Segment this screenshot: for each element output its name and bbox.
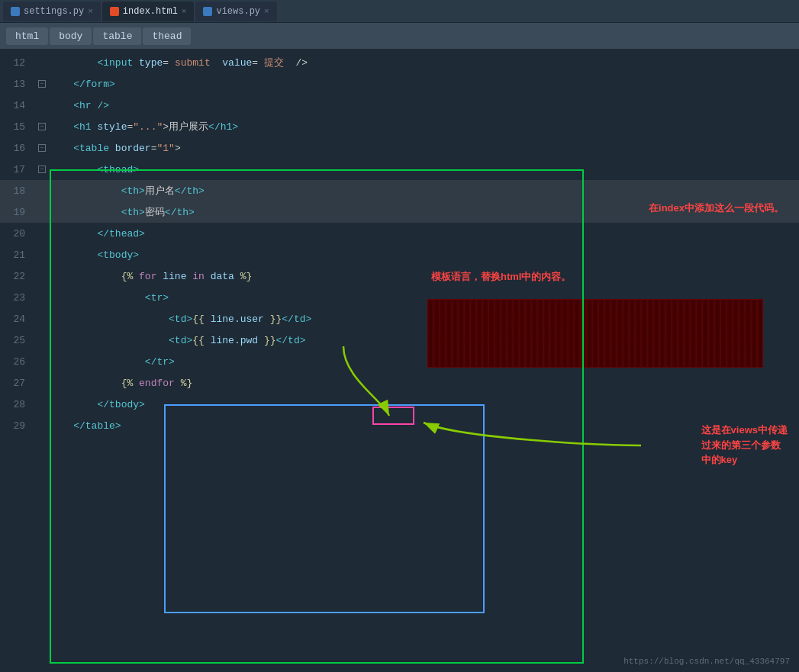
line-num-24: 24	[0, 313, 34, 325]
line-content-13: </form>	[50, 76, 799, 92]
code-line-12: 12 <input type= submit value= 提交 />	[0, 52, 799, 73]
line-num-18: 18	[0, 185, 34, 197]
line-content-27: {% endfor %}	[50, 375, 799, 391]
code-line-28: 28 </tbody>	[0, 394, 799, 415]
fold-15[interactable]: −	[38, 123, 46, 130]
line-num-17: 17	[0, 164, 34, 175]
line-num-13: 13	[0, 79, 34, 90]
line-content-29: </table>	[50, 418, 799, 434]
line-content-14: <hr />	[50, 98, 799, 114]
code-line-16: 16 − <table border="1">	[0, 137, 799, 159]
breadcrumb-body[interactable]: body	[50, 27, 92, 45]
views-tab-icon	[203, 7, 212, 16]
index-tab-close[interactable]: ×	[182, 7, 187, 16]
code-line-13: 13 − </form>	[0, 73, 799, 95]
line-num-28: 28	[0, 399, 34, 410]
line-content-22: {% for line in data %}	[50, 268, 799, 285]
fold-16[interactable]: −	[38, 144, 46, 152]
line-num-25: 25	[0, 335, 34, 346]
code-line-22: 22 {% for line in data %}	[0, 265, 799, 287]
breadcrumb-bar: html body table thead	[0, 23, 799, 49]
line-num-12: 12	[0, 57, 34, 69]
line-num-16: 16	[0, 143, 34, 154]
tab-bar: settings.py × index.html × views.py ×	[0, 0, 799, 23]
line-num-20: 20	[0, 228, 34, 240]
fold-13[interactable]: −	[38, 80, 46, 88]
views-tab-close[interactable]: ×	[264, 7, 269, 16]
line-content-15: <h1 style="...">用户展示</h1>	[50, 117, 799, 136]
gutter-16: −	[34, 144, 50, 152]
line-content-21: <tbody>	[50, 247, 799, 263]
line-num-22: 22	[0, 271, 34, 282]
line-num-26: 26	[0, 356, 34, 368]
code-area: 12 <input type= submit value= 提交 /> 13 −…	[0, 49, 799, 436]
code-line-18: 18 <th>用户名</th>	[0, 180, 799, 201]
code-line-27: 27 {% endfor %}	[0, 372, 799, 394]
code-line-17: 17 − <thead>	[0, 159, 799, 180]
line-content-16: <table border="1">	[50, 140, 799, 156]
index-tab-icon	[110, 7, 119, 16]
footer-url: https://blog.csdn.net/qq_43364797	[623, 657, 790, 666]
gutter-17: −	[34, 166, 50, 173]
breadcrumb-thead[interactable]: thead	[143, 27, 191, 45]
line-content-28: </tbody>	[50, 397, 799, 413]
tab-index[interactable]: index.html ×	[102, 2, 195, 21]
line-content-19: <th>密码</th>	[50, 203, 799, 221]
code-line-20: 20 </thead>	[0, 223, 799, 244]
settings-tab-icon	[11, 7, 20, 16]
gutter-13: −	[34, 80, 50, 88]
views-tab-label: views.py	[216, 6, 260, 17]
line-num-19: 19	[0, 207, 34, 218]
line-num-27: 27	[0, 378, 34, 389]
code-line-29: 29 </table>	[0, 415, 799, 436]
line-content-18: <th>用户名</th>	[50, 182, 799, 200]
code-line-19: 19 <th>密码</th>	[0, 201, 799, 223]
tab-settings[interactable]: settings.py ×	[3, 2, 101, 21]
line-content-20: </thead>	[50, 226, 799, 242]
line-num-29: 29	[0, 420, 34, 432]
line-num-23: 23	[0, 292, 34, 304]
line-content-12: <input type= submit value= 提交 />	[50, 53, 799, 72]
line-content-17: <thead>	[50, 162, 799, 178]
code-line-21: 21 <tbody>	[0, 244, 799, 265]
settings-tab-label: settings.py	[24, 6, 84, 17]
code-line-15: 15 − <h1 style="...">用户展示</h1>	[0, 116, 799, 137]
line-num-14: 14	[0, 100, 34, 111]
index-tab-label: index.html	[123, 6, 178, 17]
editor-area[interactable]: 12 <input type= submit value= 提交 /> 13 −…	[0, 49, 799, 672]
tab-views[interactable]: views.py ×	[195, 2, 276, 21]
settings-tab-close[interactable]: ×	[88, 7, 93, 16]
fold-17[interactable]: −	[38, 166, 46, 173]
redacted-image	[427, 299, 763, 368]
breadcrumb-html[interactable]: html	[6, 27, 48, 45]
line-num-15: 15	[0, 121, 34, 133]
gutter-15: −	[34, 123, 50, 130]
line-num-21: 21	[0, 249, 34, 261]
code-line-14: 14 <hr />	[0, 95, 799, 116]
breadcrumb-table[interactable]: table	[93, 27, 141, 45]
